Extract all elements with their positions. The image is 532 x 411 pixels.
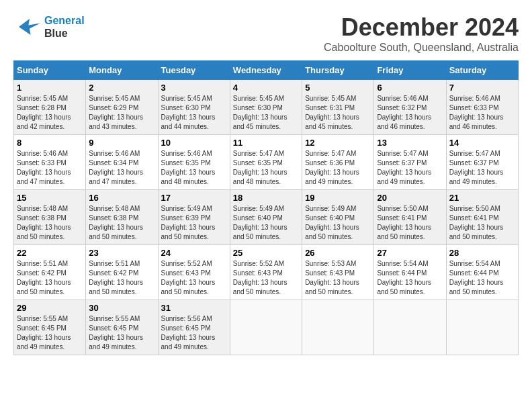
calendar-cell: 10 Sunrise: 5:46 AM Sunset: 6:35 PM Dayl… xyxy=(158,135,230,190)
sunrise-label: Sunrise: 5:47 AM xyxy=(233,150,284,157)
calendar-cell: 20 Sunrise: 5:50 AM Sunset: 6:41 PM Dayl… xyxy=(374,190,446,245)
calendar-cell: 31 Sunrise: 5:56 AM Sunset: 6:45 PM Dayl… xyxy=(158,300,230,355)
day-number: 25 xyxy=(233,248,299,258)
day-info: Sunrise: 5:49 AM Sunset: 6:40 PM Dayligh… xyxy=(233,204,299,242)
daylight-label: Daylight: 13 hours and 50 minutes. xyxy=(161,224,216,240)
day-number: 23 xyxy=(89,248,154,258)
day-info: Sunrise: 5:56 AM Sunset: 6:45 PM Dayligh… xyxy=(161,314,227,352)
day-number: 22 xyxy=(17,248,83,258)
day-info: Sunrise: 5:49 AM Sunset: 6:39 PM Dayligh… xyxy=(161,204,227,242)
sunset-label: Sunset: 6:33 PM xyxy=(449,104,499,111)
sunset-label: Sunset: 6:44 PM xyxy=(377,269,427,277)
sunrise-label: Sunrise: 5:46 AM xyxy=(17,150,68,157)
day-info: Sunrise: 5:45 AM Sunset: 6:28 PM Dayligh… xyxy=(17,94,83,132)
day-number: 14 xyxy=(449,138,515,148)
calendar-cell: 18 Sunrise: 5:49 AM Sunset: 6:40 PM Dayl… xyxy=(230,190,302,245)
sunrise-label: Sunrise: 5:56 AM xyxy=(161,315,212,322)
day-number: 10 xyxy=(161,138,227,148)
sunrise-label: Sunrise: 5:49 AM xyxy=(233,205,284,212)
calendar-cell: 21 Sunrise: 5:50 AM Sunset: 6:41 PM Dayl… xyxy=(446,190,518,245)
sunset-label: Sunset: 6:40 PM xyxy=(233,214,283,222)
day-info: Sunrise: 5:55 AM Sunset: 6:45 PM Dayligh… xyxy=(89,314,154,352)
calendar-cell: 7 Sunrise: 5:46 AM Sunset: 6:33 PM Dayli… xyxy=(446,80,518,135)
daylight-label: Daylight: 13 hours and 45 minutes. xyxy=(305,113,359,130)
day-info: Sunrise: 5:51 AM Sunset: 6:42 PM Dayligh… xyxy=(17,259,83,297)
day-number: 15 xyxy=(17,193,83,203)
title-area: December 2024 Caboolture South, Queensla… xyxy=(324,13,519,54)
sunset-label: Sunset: 6:35 PM xyxy=(233,159,283,167)
day-number: 11 xyxy=(233,138,299,148)
calendar-cell: 13 Sunrise: 5:47 AM Sunset: 6:37 PM Dayl… xyxy=(374,135,446,190)
day-number: 7 xyxy=(449,83,515,93)
logo-icon xyxy=(13,13,40,40)
sunrise-label: Sunrise: 5:45 AM xyxy=(305,95,356,102)
svg-marker-0 xyxy=(19,19,40,35)
day-number: 8 xyxy=(17,138,83,148)
weekday-header: Thursday xyxy=(302,61,374,80)
calendar-cell: 22 Sunrise: 5:51 AM Sunset: 6:42 PM Dayl… xyxy=(14,245,86,300)
sunrise-label: Sunrise: 5:47 AM xyxy=(377,150,428,157)
daylight-label: Daylight: 13 hours and 48 minutes. xyxy=(161,169,216,185)
sunrise-label: Sunrise: 5:46 AM xyxy=(89,150,140,157)
sunrise-label: Sunrise: 5:51 AM xyxy=(17,260,68,267)
daylight-label: Daylight: 13 hours and 47 minutes. xyxy=(89,169,143,185)
logo-text: General Blue xyxy=(44,14,85,40)
day-info: Sunrise: 5:47 AM Sunset: 6:36 PM Dayligh… xyxy=(305,149,371,187)
sunset-label: Sunset: 6:43 PM xyxy=(161,269,211,277)
daylight-label: Daylight: 13 hours and 46 minutes. xyxy=(449,113,504,130)
day-number: 3 xyxy=(161,83,227,93)
day-info: Sunrise: 5:55 AM Sunset: 6:45 PM Dayligh… xyxy=(17,314,83,352)
calendar-week-row: 22 Sunrise: 5:51 AM Sunset: 6:42 PM Dayl… xyxy=(14,245,519,300)
calendar-cell: 27 Sunrise: 5:54 AM Sunset: 6:44 PM Dayl… xyxy=(374,245,446,300)
daylight-label: Daylight: 13 hours and 50 minutes. xyxy=(305,279,359,295)
calendar-cell: 26 Sunrise: 5:53 AM Sunset: 6:43 PM Dayl… xyxy=(302,245,374,300)
daylight-label: Daylight: 13 hours and 42 minutes. xyxy=(17,113,71,130)
month-title: December 2024 xyxy=(324,13,519,42)
weekday-header: Friday xyxy=(374,61,446,80)
calendar-cell: 12 Sunrise: 5:47 AM Sunset: 6:36 PM Dayl… xyxy=(302,135,374,190)
sunset-label: Sunset: 6:33 PM xyxy=(17,159,66,167)
sunset-label: Sunset: 6:28 PM xyxy=(17,104,66,111)
day-number: 1 xyxy=(17,83,83,93)
sunset-label: Sunset: 6:42 PM xyxy=(17,269,66,277)
daylight-label: Daylight: 13 hours and 45 minutes. xyxy=(233,113,287,130)
page-header: General Blue December 2024 Caboolture So… xyxy=(13,13,519,54)
calendar-cell: 17 Sunrise: 5:49 AM Sunset: 6:39 PM Dayl… xyxy=(158,190,230,245)
sunset-label: Sunset: 6:41 PM xyxy=(377,214,427,222)
sunrise-label: Sunrise: 5:46 AM xyxy=(449,95,500,102)
day-number: 21 xyxy=(449,193,515,203)
logo: General Blue xyxy=(13,13,85,40)
calendar-cell: 28 Sunrise: 5:54 AM Sunset: 6:44 PM Dayl… xyxy=(446,245,518,300)
sunset-label: Sunset: 6:41 PM xyxy=(449,214,499,222)
daylight-label: Daylight: 13 hours and 50 minutes. xyxy=(233,279,287,295)
calendar-cell: 14 Sunrise: 5:47 AM Sunset: 6:37 PM Dayl… xyxy=(446,135,518,190)
sunrise-label: Sunrise: 5:54 AM xyxy=(377,260,428,267)
calendar-cell: 23 Sunrise: 5:51 AM Sunset: 6:42 PM Dayl… xyxy=(86,245,158,300)
sunrise-label: Sunrise: 5:46 AM xyxy=(161,150,212,157)
calendar-cell: 2 Sunrise: 5:45 AM Sunset: 6:29 PM Dayli… xyxy=(86,80,158,135)
sunset-label: Sunset: 6:32 PM xyxy=(377,104,427,111)
daylight-label: Daylight: 13 hours and 50 minutes. xyxy=(305,224,359,240)
day-info: Sunrise: 5:51 AM Sunset: 6:42 PM Dayligh… xyxy=(89,259,154,297)
day-number: 13 xyxy=(377,138,443,148)
daylight-label: Daylight: 13 hours and 50 minutes. xyxy=(377,279,431,295)
sunrise-label: Sunrise: 5:50 AM xyxy=(449,205,500,212)
calendar-week-row: 8 Sunrise: 5:46 AM Sunset: 6:33 PM Dayli… xyxy=(14,135,519,190)
daylight-label: Daylight: 13 hours and 50 minutes. xyxy=(161,279,216,295)
daylight-label: Daylight: 13 hours and 48 minutes. xyxy=(233,169,287,185)
day-info: Sunrise: 5:46 AM Sunset: 6:33 PM Dayligh… xyxy=(449,94,515,132)
sunrise-label: Sunrise: 5:46 AM xyxy=(377,95,428,102)
day-number: 18 xyxy=(233,193,299,203)
daylight-label: Daylight: 13 hours and 49 minutes. xyxy=(305,169,359,185)
day-number: 31 xyxy=(161,303,227,313)
day-info: Sunrise: 5:48 AM Sunset: 6:38 PM Dayligh… xyxy=(17,204,83,242)
day-info: Sunrise: 5:47 AM Sunset: 6:35 PM Dayligh… xyxy=(233,149,299,187)
day-number: 2 xyxy=(89,83,154,93)
weekday-header: Saturday xyxy=(446,61,518,80)
calendar-body: 1 Sunrise: 5:45 AM Sunset: 6:28 PM Dayli… xyxy=(14,80,519,355)
day-info: Sunrise: 5:46 AM Sunset: 6:32 PM Dayligh… xyxy=(377,94,443,132)
day-number: 16 xyxy=(89,193,154,203)
day-info: Sunrise: 5:50 AM Sunset: 6:41 PM Dayligh… xyxy=(449,204,515,242)
day-info: Sunrise: 5:54 AM Sunset: 6:44 PM Dayligh… xyxy=(449,259,515,297)
calendar-cell: 25 Sunrise: 5:52 AM Sunset: 6:43 PM Dayl… xyxy=(230,245,302,300)
